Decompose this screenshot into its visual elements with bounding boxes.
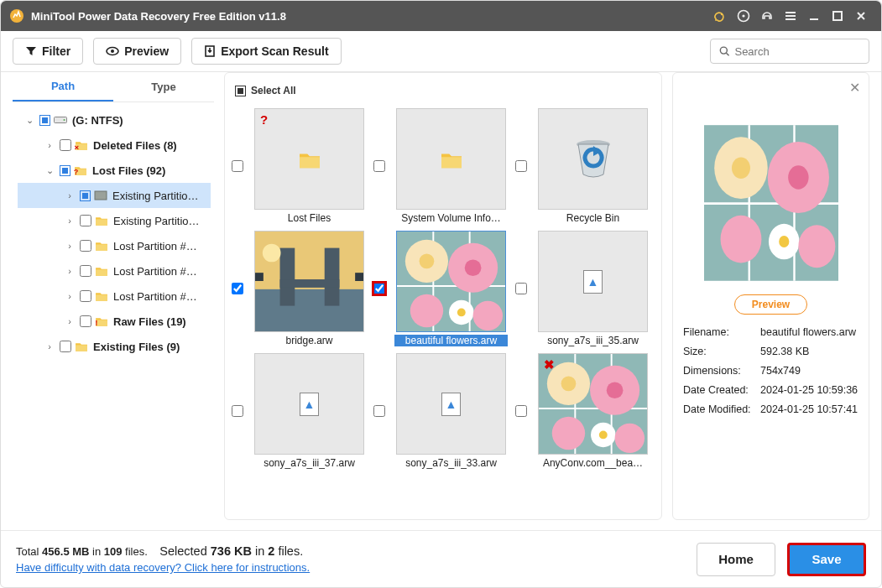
file-checkbox[interactable] <box>373 283 385 294</box>
tree-item[interactable]: ›Existing Partitio… <box>18 183 211 208</box>
tree-item[interactable]: ›Existing Partitio… <box>18 208 211 233</box>
file-checkbox[interactable] <box>515 405 527 417</box>
tree-checkbox[interactable] <box>80 315 91 327</box>
select-all[interactable]: Select All <box>235 85 296 96</box>
file-thumbnail[interactable]: ▲ <box>254 353 364 455</box>
meta-filename-label: Filename: <box>683 326 760 338</box>
folder-tree[interactable]: ⌄(G: NTFS)›×Deleted Files (8)⌄?Lost File… <box>13 102 214 364</box>
file-cell[interactable]: bridge.arw <box>232 231 372 346</box>
folder-icon <box>95 214 108 227</box>
center-header: Select All <box>225 78 661 103</box>
tree-checkbox[interactable] <box>60 165 70 176</box>
main-area: Path Type ⌄(G: NTFS)›×Deleted Files (8)⌄… <box>1 71 881 530</box>
file-name: AnyConv.com__bea… <box>536 457 650 469</box>
tab-type[interactable]: Type <box>113 72 214 101</box>
preview-panel: ✕ Preview Filename:beautiful flowers.arw… <box>672 72 869 520</box>
chevron-icon[interactable]: › <box>63 190 76 200</box>
file-thumbnail[interactable] <box>254 231 364 332</box>
file-cell[interactable]: ▲sony_a7s_iii_35.arw <box>515 231 655 346</box>
file-thumbnail[interactable] <box>538 108 648 210</box>
home-button[interactable]: Home <box>697 543 775 576</box>
tab-path[interactable]: Path <box>13 72 113 101</box>
tree-checkbox[interactable] <box>60 139 71 151</box>
chevron-icon[interactable]: › <box>43 341 56 351</box>
save-button[interactable]: Save <box>787 543 866 576</box>
file-checkbox[interactable] <box>232 405 243 417</box>
svg-line-36 <box>726 53 728 55</box>
file-checkbox[interactable] <box>373 160 385 172</box>
file-checkbox[interactable] <box>232 160 243 172</box>
export-button[interactable]: Export Scan Result <box>191 38 341 65</box>
file-cell[interactable]: System Volume Info… <box>373 108 514 224</box>
meta-dim-label: Dimensions: <box>683 365 760 377</box>
file-checkbox[interactable] <box>515 283 527 294</box>
file-name: bridge.arw <box>253 335 366 346</box>
file-checkbox[interactable] <box>232 283 243 294</box>
tree-checkbox[interactable] <box>39 115 50 126</box>
file-metadata: Filename:beautiful flowers.arw Size:592.… <box>683 326 859 423</box>
file-cell[interactable]: ?Lost Files <box>232 108 372 224</box>
tree-checkbox[interactable] <box>80 240 91 252</box>
support-icon[interactable] <box>755 4 779 28</box>
chevron-icon[interactable]: › <box>63 216 76 226</box>
tree-checkbox[interactable] <box>80 265 91 277</box>
close-button[interactable] <box>849 4 873 28</box>
tree-item[interactable]: ›Lost Partition #… <box>18 258 211 284</box>
tree-item[interactable]: ›Lost Partition #… <box>18 233 211 258</box>
menu-icon[interactable] <box>779 4 802 28</box>
preview-image <box>704 125 838 281</box>
file-thumbnail[interactable]: ▲ <box>538 231 648 332</box>
chevron-icon[interactable]: › <box>63 266 76 276</box>
tree-item-label: Existing Partitio… <box>112 190 199 202</box>
file-grid[interactable]: ?Lost FilesSystem Volume Info…Recycle Bi… <box>225 103 661 474</box>
titlebar: MiniTool Power Data Recovery Free Editio… <box>1 1 881 31</box>
tree-item[interactable]: ⌄?Lost Files (92) <box>18 158 211 183</box>
tree-item[interactable]: ›!Raw Files (19) <box>18 309 211 334</box>
file-cell[interactable]: Recycle Bin <box>515 108 655 224</box>
search-input[interactable] <box>734 45 860 58</box>
chevron-icon[interactable]: › <box>63 316 76 326</box>
select-all-label: Select All <box>251 85 296 96</box>
toolbar: Filter Preview Export Scan Result <box>1 31 881 71</box>
file-thumbnail[interactable]: ✖ <box>538 353 648 455</box>
help-link[interactable]: Have difficulty with data recovery? Clic… <box>16 561 310 574</box>
left-panel: Path Type ⌄(G: NTFS)›×Deleted Files (8)⌄… <box>13 72 214 520</box>
tree-item[interactable]: ⌄(G: NTFS) <box>18 107 211 133</box>
file-cell[interactable]: ▲sony_a7s_iii_37.arw <box>232 353 372 469</box>
chevron-icon[interactable]: › <box>43 140 56 150</box>
preview-button[interactable]: Preview <box>93 38 181 65</box>
minimize-button[interactable] <box>802 4 826 28</box>
file-cell[interactable]: ▲sony_a7s_iii_33.arw <box>373 353 514 469</box>
file-thumbnail[interactable] <box>396 231 506 332</box>
file-thumbnail[interactable]: ? <box>254 108 364 210</box>
sidebar-tabs: Path Type <box>13 72 214 102</box>
file-checkbox[interactable] <box>515 160 527 172</box>
close-preview-icon[interactable]: ✕ <box>849 80 860 96</box>
activate-icon[interactable] <box>708 4 732 28</box>
file-checkbox[interactable] <box>373 405 385 417</box>
svg-rect-31 <box>833 12 842 20</box>
open-preview-button[interactable]: Preview <box>734 294 807 315</box>
tree-checkbox[interactable] <box>60 341 71 352</box>
tree-item[interactable]: ›Lost Partition #… <box>18 284 211 309</box>
file-thumbnail[interactable]: ▲ <box>396 353 506 455</box>
tree-item[interactable]: ›Existing Files (9) <box>18 334 211 359</box>
drive-icon <box>54 113 67 127</box>
file-cell[interactable]: beautiful flowers.arw <box>373 231 514 346</box>
tree-checkbox[interactable] <box>80 215 91 226</box>
tree-checkbox[interactable] <box>80 290 91 302</box>
folder-icon <box>95 289 108 303</box>
search-box[interactable] <box>710 39 869 64</box>
chevron-icon[interactable]: › <box>63 291 76 301</box>
file-thumbnail[interactable] <box>396 108 506 210</box>
filter-button[interactable]: Filter <box>13 38 83 65</box>
chevron-icon[interactable]: ⌄ <box>43 165 56 176</box>
chevron-icon[interactable]: ⌄ <box>23 115 36 126</box>
tree-checkbox[interactable] <box>80 190 91 201</box>
disc-icon[interactable] <box>732 4 755 28</box>
maximize-button[interactable] <box>826 4 849 28</box>
tree-item[interactable]: ›×Deleted Files (8) <box>18 133 211 158</box>
chevron-icon[interactable]: › <box>63 241 76 251</box>
file-cell[interactable]: ✖AnyConv.com__bea… <box>515 353 655 469</box>
tree-item-label: Lost Partition #… <box>113 240 197 252</box>
